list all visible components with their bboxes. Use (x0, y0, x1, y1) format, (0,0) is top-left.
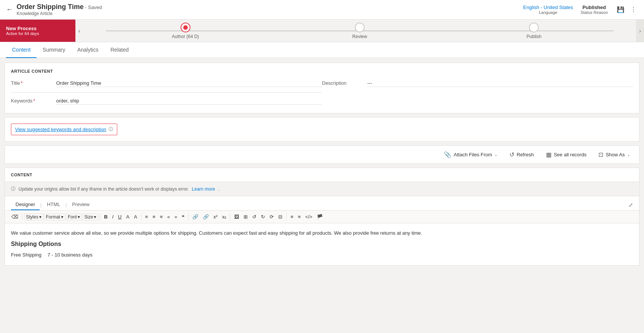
rte-italic-button[interactable]: I (110, 213, 115, 221)
rte-link-button[interactable]: 🔗 (190, 213, 200, 221)
keywords-row: Keywords* order, ship (11, 96, 322, 107)
title-label: Title* (11, 80, 56, 86)
rte-sep-5 (230, 214, 230, 220)
top-header: ← Order Shipping Time - Saved Knowledge … (0, 0, 644, 20)
rte-superscript-button[interactable]: x² (212, 213, 219, 221)
styles-chevron: ▾ (39, 214, 41, 220)
rte-eraser-button[interactable]: ⌫ (9, 213, 20, 221)
process-label: New Process Active for 64 days (0, 20, 75, 42)
header-title-group: Order Shipping Time - Saved Knowledge Ar… (17, 3, 523, 16)
process-steps: Author (64 D) Review Publish (83, 23, 636, 39)
keywords-label: Keywords* (11, 98, 56, 104)
article-content-title: ARTICLE CONTENT (11, 69, 633, 73)
rte-table-insert-button[interactable]: ⊞ (242, 213, 250, 221)
styles-select-group: Styles ▾ (24, 214, 43, 220)
tabs-bar: Content Summary Analytics Related (0, 42, 644, 58)
rte-toolbar: ⌫ Styles ▾ Format ▾ Font ▾ Size ▾ B I U … (5, 211, 639, 223)
info-banner: ⓘ Update your origins allow list if any … (5, 182, 639, 196)
back-button[interactable]: ← (6, 6, 13, 14)
editor-tab-preview[interactable]: Preview (67, 199, 94, 210)
description-value[interactable]: --- (367, 80, 633, 87)
records-label: See all records (554, 152, 587, 157)
step-publish[interactable]: Publish (447, 23, 621, 39)
rte-indent-button[interactable]: » (173, 213, 179, 221)
step-publish-label: Publish (527, 34, 541, 39)
process-subtitle: Active for 64 days (6, 31, 69, 36)
rte-highlight-button[interactable]: A (124, 213, 131, 221)
editor-heading: Shipping Options (11, 241, 633, 247)
rte-undo-button[interactable]: ↺ (250, 213, 258, 221)
size-label: Size (84, 214, 93, 220)
show-as-icon: ⊡ (598, 151, 603, 158)
header-subtitle: Knowledge Article (17, 11, 523, 16)
step-author[interactable]: Author (64 D) (98, 23, 273, 39)
rte-align-center-button[interactable]: ≡ (150, 213, 157, 221)
suggested-keywords-card: View suggested keywords and description … (5, 117, 639, 142)
editor-tab-html[interactable]: HTML (42, 199, 64, 210)
rte-subscript-button[interactable]: x₂ (220, 213, 228, 221)
step-author-circle (181, 23, 190, 32)
learn-more-link[interactable]: Learn more (192, 186, 215, 192)
tab-analytics[interactable]: Analytics (71, 42, 104, 58)
step-review[interactable]: Review (273, 23, 447, 39)
refresh-button[interactable]: ↺ Refresh (506, 150, 537, 160)
rte-redo-button[interactable]: ↻ (259, 213, 267, 221)
rte-align-left-button[interactable]: ≡ (143, 213, 150, 221)
tab-divider-1: | (40, 202, 42, 208)
process-chevron-right[interactable]: › (636, 20, 644, 42)
suggested-keywords-link[interactable]: View suggested keywords and description (15, 127, 106, 132)
show-as-button[interactable]: ⊡ Show As ⌄ (595, 150, 633, 160)
rte-flag-button[interactable]: 🏴 (315, 213, 325, 221)
font-chevron: ▾ (78, 214, 80, 220)
rte-image-button[interactable]: 🖼 (232, 213, 241, 221)
attach-icon: 📎 (444, 151, 451, 158)
attach-files-button[interactable]: 📎 Attach Files From ⌄ (441, 150, 500, 160)
more-options-button[interactable]: ⋮ (629, 5, 638, 15)
rte-underline-button[interactable]: U (116, 213, 123, 221)
rte-code-button[interactable]: </> (304, 213, 314, 221)
styles-label: Styles (26, 214, 38, 220)
tab-related[interactable]: Related (104, 42, 135, 58)
shipping-table: Free Shipping 7 - 10 business days (11, 251, 98, 259)
info-circle-icon: ⓘ (11, 186, 15, 192)
form-grid: Title* Order Shipping Time Keywords* ord… (11, 78, 633, 107)
process-chevron-left[interactable]: ‹ (75, 20, 83, 42)
font-select-group: Font ▾ (66, 214, 82, 220)
form-left: Title* Order Shipping Time Keywords* ord… (11, 78, 322, 107)
see-all-records-button[interactable]: ▦ See all records (543, 150, 590, 160)
size-select-group: Size ▾ (83, 214, 98, 220)
show-as-label: Show As (606, 152, 625, 157)
expand-editor-button[interactable]: ⤢ (629, 202, 633, 208)
rte-table-button[interactable]: ⊟ (276, 213, 284, 221)
description-row: Description --- (322, 78, 633, 89)
rte-quote-button[interactable]: ❝ (180, 213, 186, 221)
header-right: English - United States Language Publish… (523, 5, 638, 15)
rte-bold-button[interactable]: B (102, 213, 109, 221)
toolbar-card: 📎 Attach Files From ⌄ ↺ Refresh ▦ See al… (5, 145, 639, 164)
editor-body-text: We value customer service above all else… (11, 229, 633, 237)
rte-outdent-button[interactable]: « (166, 213, 172, 221)
step-review-label: Review (352, 34, 367, 39)
editor-content[interactable]: We value customer service above all else… (5, 223, 639, 265)
format-select-group: Format ▾ (44, 214, 65, 220)
title-row: Title* Order Shipping Time (11, 78, 322, 89)
form-right: Description --- (322, 78, 633, 107)
rte-toggle-button[interactable]: ⟳ (268, 213, 276, 221)
show-as-chevron: ⌄ (627, 153, 630, 157)
rte-align-right-button[interactable]: ≡ (158, 213, 165, 221)
tab-summary[interactable]: Summary (37, 42, 71, 58)
title-value[interactable]: Order Shipping Time (56, 80, 322, 87)
process-title: New Process (6, 26, 69, 31)
keywords-value[interactable]: order, ship (56, 98, 322, 105)
rte-unlink-button[interactable]: 🔗 (201, 213, 211, 221)
table-cell-col2: 7 - 10 business days (48, 251, 98, 259)
tab-content[interactable]: Content (6, 42, 37, 58)
header-icons: 💾 ⋮ (615, 5, 638, 15)
rte-list-ul-button[interactable]: ≡ (288, 213, 295, 221)
editor-tab-designer[interactable]: Designer (11, 199, 40, 210)
save-icon-button[interactable]: 💾 (615, 5, 626, 15)
rte-list-ol-button[interactable]: ≡ (296, 213, 303, 221)
refresh-label: Refresh (517, 152, 534, 157)
size-chevron: ▾ (94, 214, 96, 220)
rte-font-color-button[interactable]: A (132, 213, 139, 221)
